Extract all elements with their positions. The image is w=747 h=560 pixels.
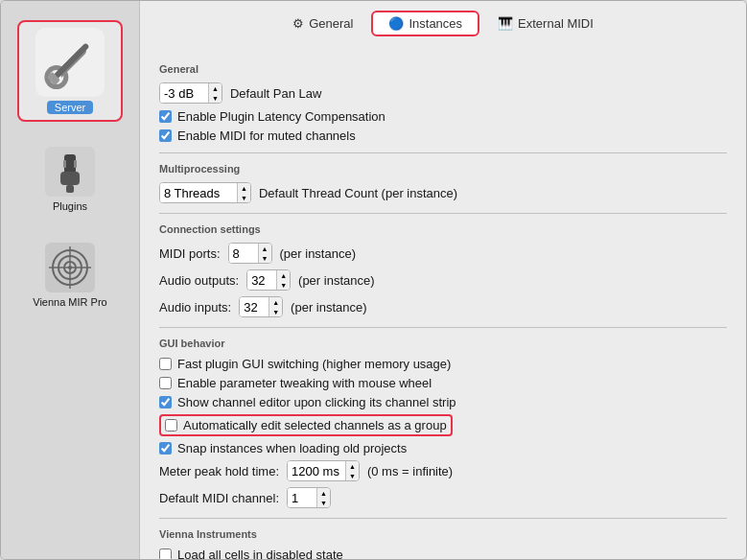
default-midi-channel-up[interactable]: ▲ [317,488,330,498]
meter-peak-suffix: (0 ms = infinite) [367,464,453,478]
audio-outputs-per-instance: (per instance) [298,273,374,288]
thread-count-row: 8 Threads ▲ ▼ Default Thread Count (per … [159,182,727,203]
audio-inputs-row: Audio inputs: 32 ▲ ▼ (per instance) [159,296,727,317]
enable-param-tweak-row: Enable parameter tweaking with mouse whe… [159,376,727,390]
tab-general[interactable]: ⚙ General [276,12,369,35]
thread-count-spinner[interactable]: 8 Threads ▲ ▼ [159,182,251,203]
snap-instances-label: Snap instances when loading old projects [177,441,407,455]
meter-peak-row: Meter peak hold time: 1200 ms ▲ ▼ (0 ms … [159,460,727,481]
svg-rect-10 [63,160,66,168]
midi-ports-label: MIDI ports: [159,246,221,261]
pan-law-up[interactable]: ▲ [209,83,222,93]
fast-plugin-gui-row: Fast plugin GUI switching (higher memory… [159,357,727,371]
server-icon [35,28,105,97]
midi-ports-spinner[interactable]: 8 ▲ ▼ [228,243,272,264]
vienna-instruments-section-title: Vienna Instruments [159,528,727,540]
default-midi-channel-input[interactable]: 1 [288,488,316,507]
audio-outputs-label: Audio outputs: [159,273,239,288]
svg-rect-8 [60,172,80,185]
snap-instances-row: Snap instances when loading old projects [159,441,727,455]
sidebar-item-vienna[interactable]: Vienna MIR Pro [17,237,123,314]
thread-count-up[interactable]: ▲ [238,183,250,193]
audio-inputs-spinner[interactable]: 32 ▲ ▼ [239,296,283,317]
enable-midi-muted-checkbox[interactable] [159,129,172,142]
divider-2 [159,213,727,214]
fast-plugin-gui-label: Fast plugin GUI switching (higher memory… [177,357,451,371]
auto-edit-channels-highlight: Automatically edit selected channels as … [159,414,453,436]
meter-peak-spinner[interactable]: 1200 ms ▲ ▼ [287,460,360,481]
midi-ports-per-instance: (per instance) [280,246,356,261]
sidebar-item-server[interactable]: Server [17,20,123,122]
load-all-cells-checkbox[interactable] [159,548,172,559]
general-tab-label: General [309,16,353,31]
midi-ports-row: MIDI ports: 8 ▲ ▼ (per instance) [159,243,727,264]
meter-peak-input[interactable]: 1200 ms [288,461,345,480]
sidebar-item-plugins[interactable]: Plugins [17,141,123,218]
instances-tab-label: Instances [409,16,462,31]
divider-3 [159,327,727,328]
auto-edit-channels-row: Automatically edit selected channels as … [159,414,727,436]
enable-plugin-latency-row: Enable Plugin Latency Compensation [159,109,727,124]
pan-law-spinner[interactable]: -3 dB ▲ ▼ [159,82,222,104]
pan-law-arrows: ▲ ▼ [208,83,222,103]
midi-ports-up[interactable]: ▲ [259,244,271,253]
audio-outputs-arrows: ▲ ▼ [276,270,290,290]
tab-external-midi[interactable]: 🎹 External MIDI [481,12,610,35]
sidebar-server-label: Server [47,101,93,114]
meter-peak-down[interactable]: ▼ [346,471,359,480]
pan-law-down[interactable]: ▼ [209,93,222,103]
audio-inputs-down[interactable]: ▼ [269,307,282,316]
default-midi-channel-label: Default MIDI channel: [159,491,279,505]
audio-inputs-arrows: ▲ ▼ [268,297,282,316]
default-midi-channel-arrows: ▲ ▼ [316,488,330,507]
connection-section-title: Connection settings [159,223,727,235]
audio-outputs-input[interactable]: 32 [247,270,276,290]
divider-1 [159,152,727,153]
audio-outputs-spinner[interactable]: 32 ▲ ▼ [246,269,291,291]
tab-bar: ⚙ General 🔵 Instances 🎹 External MIDI [140,1,746,44]
show-channel-editor-checkbox[interactable] [159,396,172,408]
audio-inputs-input[interactable]: 32 [240,297,268,316]
audio-inputs-per-instance: (per instance) [291,300,366,315]
gui-behavior-section-title: GUI behavior [159,338,727,349]
audio-outputs-up[interactable]: ▲ [277,270,290,280]
enable-plugin-latency-checkbox[interactable] [159,110,172,123]
thread-count-label: Default Thread Count (per instance) [259,186,457,200]
svg-rect-11 [74,160,77,168]
enable-midi-muted-row: Enable MIDI for muted channels [159,128,727,143]
audio-inputs-up[interactable]: ▲ [269,297,282,307]
midi-ports-arrows: ▲ ▼ [258,244,271,263]
midi-ports-down[interactable]: ▼ [259,253,271,263]
thread-count-input[interactable]: 8 Threads [160,183,237,202]
meter-peak-label: Meter peak hold time: [159,464,279,478]
load-all-cells-row: Load all cells in disabled state [159,548,727,559]
default-midi-channel-spinner[interactable]: 1 ▲ ▼ [287,487,331,508]
audio-outputs-down[interactable]: ▼ [277,280,290,290]
main-content: ⚙ General 🔵 Instances 🎹 External MIDI Ge… [140,1,746,559]
thread-count-arrows: ▲ ▼ [237,183,250,202]
audio-inputs-label: Audio inputs: [159,300,231,315]
fast-plugin-gui-checkbox[interactable] [159,358,172,370]
external-midi-tab-icon: 🎹 [498,16,513,31]
pan-law-input[interactable]: -3 dB [160,83,208,103]
sidebar-plugins-label: Plugins [53,200,87,212]
enable-plugin-latency-label: Enable Plugin Latency Compensation [177,109,385,124]
divider-4 [159,518,727,519]
content-area: General -3 dB ▲ ▼ Default Pan Law Enable… [140,44,746,559]
audio-outputs-row: Audio outputs: 32 ▲ ▼ (per instance) [159,269,727,291]
thread-count-down[interactable]: ▼ [238,193,250,202]
tab-instances[interactable]: 🔵 Instances [371,11,479,36]
general-tab-icon: ⚙ [292,16,304,31]
snap-instances-checkbox[interactable] [159,442,172,455]
pan-law-row: -3 dB ▲ ▼ Default Pan Law [159,82,727,104]
meter-peak-up[interactable]: ▲ [346,461,359,471]
enable-midi-muted-label: Enable MIDI for muted channels [177,128,356,143]
sidebar: Server Plugins [1,1,140,559]
default-midi-channel-row: Default MIDI channel: 1 ▲ ▼ [159,487,727,508]
midi-ports-input[interactable]: 8 [229,244,258,263]
enable-param-tweak-checkbox[interactable] [159,377,172,389]
auto-edit-channels-checkbox[interactable] [165,419,177,432]
show-channel-editor-label: Show channel editor upon clicking its ch… [177,395,456,409]
default-midi-channel-down[interactable]: ▼ [317,498,330,507]
multiprocessing-section-title: Multiprocessing [159,163,727,175]
